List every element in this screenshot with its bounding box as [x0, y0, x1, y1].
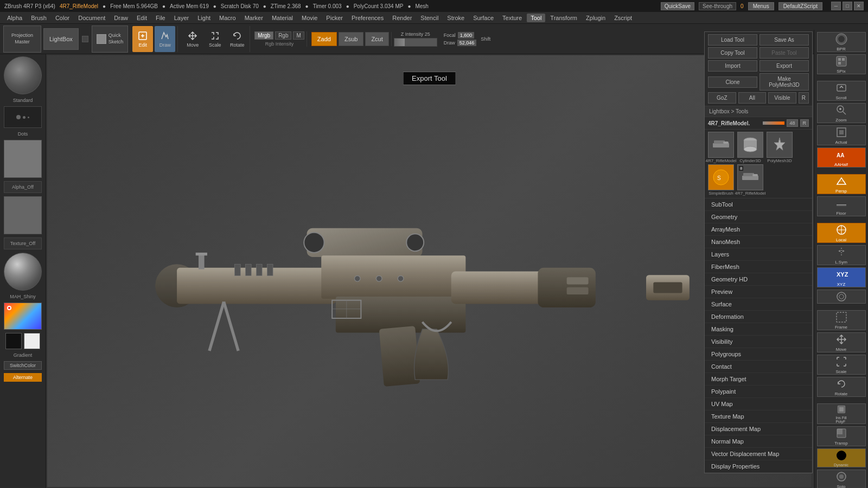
save-as-button[interactable]: Save As: [760, 34, 809, 46]
nanomesh-item[interactable]: NanoMesh: [705, 236, 812, 248]
move-button[interactable]: Move: [182, 26, 203, 52]
menu-file[interactable]: File: [152, 14, 169, 22]
visibility-item[interactable]: Visibility: [705, 336, 812, 348]
clone-button[interactable]: Clone: [708, 76, 757, 88]
thumb-simplebrush[interactable]: S SimpleBrush: [707, 164, 735, 196]
menu-color[interactable]: Color: [52, 14, 73, 22]
geometry-item[interactable]: Geometry: [705, 211, 812, 223]
z-intensity-slider[interactable]: [394, 38, 437, 47]
paste-tool-button[interactable]: Paste Tool: [760, 47, 809, 59]
r1-button[interactable]: [817, 290, 866, 304]
vector-displacement-map-item[interactable]: Vector Displacement Map: [705, 448, 812, 460]
persp-button[interactable]: Persp: [817, 174, 866, 194]
scale-button[interactable]: Scale: [205, 26, 225, 52]
alpha-preview[interactable]: [4, 140, 42, 178]
thumb-rifle2[interactable]: 4R7_RifleModel: [736, 164, 764, 196]
swatch-white[interactable]: [24, 333, 40, 349]
zoom-button[interactable]: Zoom: [817, 103, 866, 123]
contact-item[interactable]: Contact: [705, 361, 812, 373]
move-right-button[interactable]: Move: [817, 332, 866, 352]
default-script-button[interactable]: DefaultZScript: [778, 2, 822, 10]
color-picker[interactable]: [4, 303, 42, 330]
dots-preview[interactable]: [4, 106, 42, 128]
texture-map-item[interactable]: Texture Map: [705, 410, 812, 423]
morph-target-item[interactable]: Morph Target: [705, 373, 812, 386]
displacement-map-item[interactable]: Displacement Map: [705, 423, 812, 435]
alternate-button[interactable]: Alternate: [4, 373, 42, 382]
thumb-cylinder[interactable]: Cylinder3D: [736, 132, 764, 163]
zcut-button[interactable]: Zcut: [365, 32, 388, 46]
dynamic-button[interactable]: Dynamic: [817, 448, 866, 467]
surface-item[interactable]: Surface: [705, 298, 812, 311]
rotate-right-button[interactable]: Rotate: [817, 377, 866, 397]
arraymesh-item[interactable]: ArrayMesh: [705, 223, 812, 236]
model-r-btn[interactable]: R: [800, 119, 809, 127]
geometry-hd-item[interactable]: Geometry HD: [705, 273, 812, 286]
lightbox-button[interactable]: LightBox: [43, 28, 79, 50]
menu-zscript[interactable]: Zscript: [610, 14, 636, 22]
scale-right-button[interactable]: Scale: [817, 355, 866, 375]
menu-marker[interactable]: Marker: [241, 14, 267, 22]
mrgb-button[interactable]: Mrgb: [254, 31, 273, 40]
draw-value[interactable]: 52,046: [457, 40, 477, 46]
solo-button[interactable]: Solo: [817, 470, 866, 488]
projection-master-button[interactable]: ProjectionMaster: [3, 25, 41, 53]
all-button[interactable]: All: [738, 92, 767, 104]
swatch-black[interactable]: [5, 333, 22, 349]
visible-button[interactable]: Visible: [768, 92, 796, 104]
polypaint-item[interactable]: Polypaint: [705, 386, 812, 398]
normal-map-item[interactable]: Normal Map: [705, 435, 812, 448]
rgb-button[interactable]: Rgb: [275, 31, 291, 40]
bpr-button[interactable]: BPR: [817, 32, 866, 52]
menu-document[interactable]: Document: [74, 14, 109, 22]
menu-layer[interactable]: Layer: [170, 14, 193, 22]
viewport[interactable]: Export Tool: [46, 54, 813, 488]
quick-sketch-button[interactable]: QuickSketch: [92, 25, 129, 53]
menu-edit[interactable]: Edit: [133, 14, 151, 22]
quicksave-button[interactable]: QuickSave: [661, 2, 694, 10]
lsym-button[interactable]: L.Sym: [817, 245, 866, 265]
menu-texture[interactable]: Texture: [499, 14, 526, 22]
texture-preview[interactable]: [4, 196, 42, 234]
floor-button[interactable]: Floor: [817, 196, 866, 216]
layers-item[interactable]: Layers: [705, 248, 812, 261]
focal-value[interactable]: 1,600: [458, 32, 475, 38]
r-button[interactable]: R: [799, 92, 809, 104]
brush-preview[interactable]: [4, 56, 42, 94]
menu-alpha[interactable]: Alpha: [3, 14, 26, 22]
menu-draw[interactable]: Draw: [110, 14, 132, 22]
material-preview[interactable]: [4, 253, 42, 291]
export-button[interactable]: Export: [760, 60, 809, 72]
local-button[interactable]: Local: [817, 223, 866, 243]
menu-tool[interactable]: Tool: [527, 14, 545, 22]
import-button[interactable]: Import: [708, 60, 757, 72]
frame-button[interactable]: Frame: [817, 310, 866, 330]
uv-map-item[interactable]: UV Map: [705, 398, 812, 410]
menu-render[interactable]: Render: [388, 14, 416, 22]
make-polymesh-button[interactable]: Make PolyMesh3D: [760, 73, 809, 91]
menu-picker[interactable]: Picker: [322, 14, 347, 22]
menu-preferences[interactable]: Preferences: [348, 14, 387, 22]
maximize-button[interactable]: □: [843, 2, 852, 10]
menu-macro[interactable]: Macro: [215, 14, 240, 22]
draw-button[interactable]: Draw: [155, 26, 175, 52]
spix-button[interactable]: SPix: [817, 54, 866, 74]
aahalf-button[interactable]: AA AAHalf: [817, 147, 866, 168]
thumb-polymesh[interactable]: PolyMesh3D: [765, 132, 794, 163]
minimize-button[interactable]: ─: [831, 2, 841, 10]
goz-button[interactable]: GoZ: [708, 92, 736, 104]
zadd-button[interactable]: Zadd: [311, 32, 337, 46]
menu-light[interactable]: Light: [194, 14, 214, 22]
zsub-button[interactable]: Zsub: [339, 32, 363, 46]
menu-transform[interactable]: Transform: [546, 14, 581, 22]
menu-stroke[interactable]: Stroke: [443, 14, 468, 22]
xyz-button[interactable]: XYZ XYZ: [817, 267, 866, 287]
menu-zplugin[interactable]: Zplugin: [582, 14, 609, 22]
fibermesh-item[interactable]: FiberMesh: [705, 261, 812, 273]
display-properties-item[interactable]: Display Properties: [705, 460, 812, 473]
scroll-button[interactable]: Scroll: [817, 81, 866, 101]
actual-button[interactable]: Actual: [817, 125, 866, 145]
masking-item[interactable]: Masking: [705, 323, 812, 336]
menu-material[interactable]: Material: [268, 14, 297, 22]
close-button[interactable]: ✕: [854, 2, 864, 10]
